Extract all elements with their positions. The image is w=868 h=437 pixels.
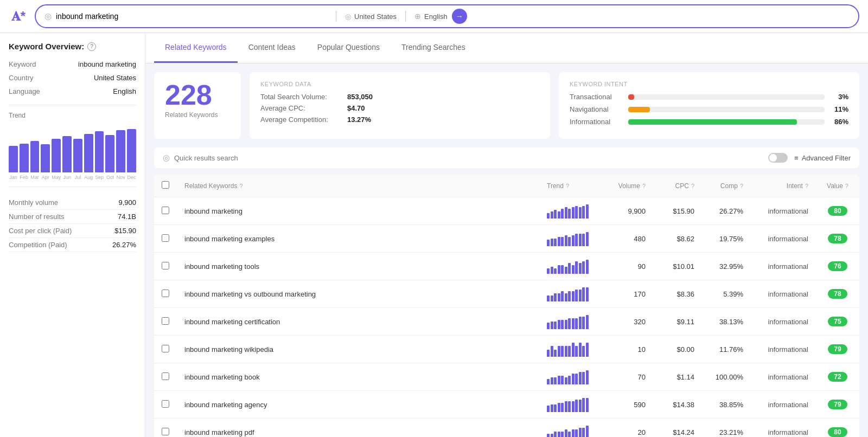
mini-trend-bar (551, 404, 553, 412)
sidebar-stat-row: Number of results74.1B (9, 210, 136, 224)
tab-content[interactable]: Content Ideas (238, 33, 307, 63)
intent-title: Keyword Intent (570, 81, 848, 87)
quick-search-input[interactable] (174, 154, 768, 162)
value-badge: 80 (828, 427, 847, 437)
table-row: inbound marketing agency 590 $14.38 38.8… (154, 391, 859, 419)
quick-search-icon: ◎ (163, 153, 170, 163)
mini-trend-bar (575, 318, 578, 329)
cpc-help-icon[interactable]: ? (691, 183, 694, 189)
row-checkbox[interactable] (162, 290, 169, 297)
mini-trend (547, 397, 597, 412)
mini-trend-bar (547, 240, 550, 246)
row-checkbox[interactable] (162, 234, 169, 242)
search-submit-button[interactable]: → (452, 9, 467, 24)
mini-trend-bar (582, 428, 585, 437)
row-volume-cell: 70 (604, 363, 653, 391)
advanced-filter-button[interactable]: ≡ Advanced Filter (794, 154, 851, 162)
row-check-cell (154, 363, 177, 391)
lang-divider (405, 11, 406, 22)
row-keyword-cell[interactable]: inbound marketing tools (177, 253, 539, 280)
search-icon: ◎ (44, 11, 52, 21)
row-comp-cell: 19.75% (702, 225, 751, 253)
row-keyword-cell[interactable]: inbound marketing examples (177, 225, 539, 253)
search-input[interactable] (56, 12, 327, 21)
intent-help-icon[interactable]: ? (805, 183, 808, 189)
intent-card: Keyword Intent Transactional 3% Navigati… (559, 72, 859, 139)
row-checkbox[interactable] (162, 400, 169, 408)
mini-trend-bar (568, 291, 571, 301)
row-check-cell (154, 253, 177, 280)
row-keyword-cell[interactable]: inbound marketing vs outbound marketing (177, 280, 539, 308)
row-value-cell: 75 (816, 308, 859, 336)
intent-row-label: Transactional (570, 93, 624, 101)
mini-trend-bar (547, 379, 550, 384)
mini-trend-bar (554, 210, 557, 218)
keyword-data-row: Total Search Volume:853,050 (260, 93, 539, 101)
layout: Keyword Overview: ? Keyword inbound mark… (0, 33, 868, 437)
row-value-cell: 76 (816, 253, 859, 280)
data-row-value: 13.27% (347, 115, 371, 124)
select-all-checkbox[interactable] (162, 181, 169, 189)
row-intent-cell: informational (751, 363, 816, 391)
meta-keyword-label: Keyword (9, 60, 36, 68)
mini-trend-bar (554, 322, 557, 329)
row-checkbox[interactable] (162, 207, 169, 214)
table-row: inbound marketing book 70 $1.14 100.00% … (154, 363, 859, 391)
row-keyword-cell[interactable]: inbound marketing (177, 197, 539, 225)
row-cpc-cell: $15.90 (653, 197, 702, 225)
main-content: Related KeywordsContent IdeasPopular Que… (145, 33, 868, 437)
value-help-icon[interactable]: ? (845, 183, 848, 189)
row-volume-cell: 9,900 (604, 197, 653, 225)
location-icon: ◎ (345, 12, 351, 21)
row-checkbox[interactable] (162, 317, 169, 325)
mini-trend-bar (579, 290, 582, 301)
mini-trend-bar (551, 377, 553, 384)
trend-month-label: Jan (9, 175, 18, 180)
row-volume-cell: 170 (604, 280, 653, 308)
mini-trend-bar (551, 239, 553, 246)
mini-trend-bar (579, 207, 582, 218)
sidebar-trend-bar (62, 136, 72, 172)
tab-related[interactable]: Related Keywords (154, 33, 238, 63)
intent-bar-bg (628, 119, 825, 125)
row-keyword-cell[interactable]: inbound marketing pdf (177, 419, 539, 438)
volume-help-icon[interactable]: ? (642, 183, 646, 189)
row-cpc-cell: $9.11 (653, 308, 702, 336)
row-checkbox[interactable] (162, 345, 169, 352)
sidebar-info-icon[interactable]: ? (87, 42, 96, 51)
mini-trend-bar (582, 317, 585, 329)
row-comp-cell: 26.27% (702, 197, 751, 225)
lang-icon: ⊕ (414, 12, 421, 21)
row-checkbox[interactable] (162, 262, 169, 269)
row-keyword-cell[interactable]: inbound marketing certification (177, 308, 539, 336)
row-checkbox[interactable] (162, 428, 169, 435)
tab-questions[interactable]: Popular Questions (307, 33, 391, 63)
table-row: inbound marketing vs outbound marketing … (154, 280, 859, 308)
row-checkbox[interactable] (162, 372, 169, 380)
row-value-cell: 79 (816, 336, 859, 363)
value-badge: 79 (828, 344, 847, 354)
search-language[interactable]: ⊕ English (414, 12, 448, 21)
intent-row: Transactional 3% (570, 93, 848, 101)
search-location[interactable]: ◎ United States (345, 12, 397, 21)
tab-trending[interactable]: Trending Searches (391, 33, 476, 63)
toggle-button[interactable] (768, 153, 788, 163)
keyword-data-title: Keyword Data (260, 81, 539, 87)
row-keyword-cell[interactable]: inbound marketing book (177, 363, 539, 391)
mini-trend-bar (572, 207, 575, 218)
trend-help-icon[interactable]: ? (566, 183, 569, 189)
table-row: inbound marketing tools 90 $10.01 32.95%… (154, 253, 859, 280)
related-count-label: Related Keywords (165, 111, 230, 119)
keyword-help-icon[interactable]: ? (239, 183, 242, 189)
row-volume-cell: 590 (604, 391, 653, 419)
row-keyword-cell[interactable]: inbound marketing wikipedia (177, 336, 539, 363)
mini-trend-bar (547, 434, 550, 437)
mini-trend-bar (551, 211, 553, 218)
comp-help-icon[interactable]: ? (740, 183, 743, 189)
trend-chart (9, 124, 136, 172)
sidebar-trend-bar (105, 135, 114, 172)
mini-trend-bar (551, 434, 553, 437)
sidebar-divider-2 (9, 187, 136, 187)
row-value-cell: 78 (816, 280, 859, 308)
row-keyword-cell[interactable]: inbound marketing agency (177, 391, 539, 419)
